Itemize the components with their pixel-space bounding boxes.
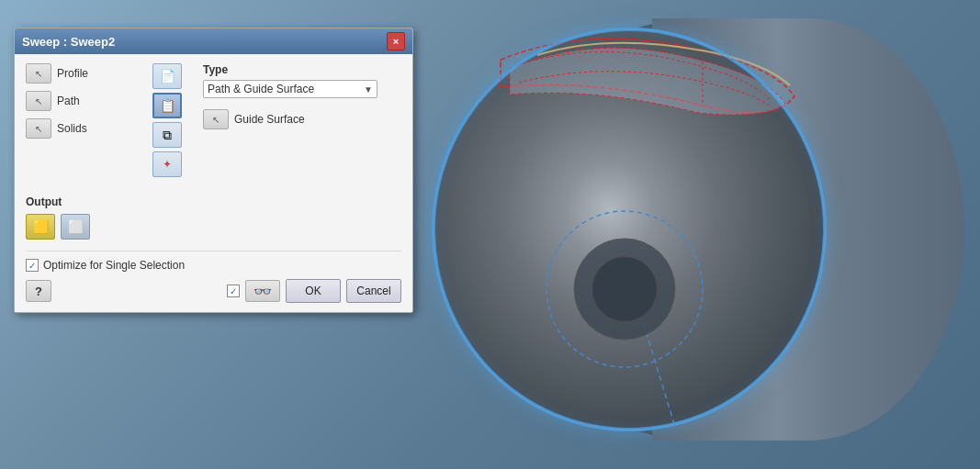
guide-surface-button[interactable]: ↖	[203, 109, 229, 129]
ok-button[interactable]: OK	[286, 279, 341, 303]
solids-row: ↖ Solids	[26, 118, 145, 139]
check-icon: ✓	[28, 261, 36, 271]
bottom-row: ? ✓ 👓 OK Cancel	[26, 279, 401, 303]
preview-check-icon: ✓	[230, 286, 237, 296]
glasses-icon: 👓	[253, 283, 272, 300]
dropdown-arrow-icon: ▼	[364, 84, 373, 95]
icon-button-3[interactable]: ⧉	[152, 122, 182, 148]
dialog-title: Sweep : Sweep2	[22, 35, 115, 49]
output-section: Output 🟨 ⬜	[26, 188, 401, 240]
cube-icon: 🟨	[33, 219, 49, 234]
sweep-dialog: Sweep : Sweep2 × ↖ Profile ↖	[14, 28, 413, 313]
cancel-button[interactable]: Cancel	[346, 279, 401, 303]
path-label: Path	[57, 95, 80, 107]
help-button[interactable]: ?	[26, 280, 51, 302]
guide-surface-row: ↖ Guide Surface	[203, 109, 387, 129]
document-active-icon: 📋	[160, 98, 175, 113]
cursor-icon-3: ↖	[35, 124, 42, 134]
document-icon: 📄	[160, 69, 175, 84]
preview-checkbox[interactable]: ✓	[227, 285, 240, 297]
icon-button-4[interactable]: ✦	[152, 151, 182, 177]
output-label: Output	[26, 195, 401, 208]
solid-output-button[interactable]: 🟨	[26, 214, 55, 240]
feature-panel: ↖ Profile ↖ Path ↖ Solids	[26, 63, 145, 146]
dialog-titlebar: Sweep : Sweep2 ×	[15, 28, 412, 54]
optimize-checkbox[interactable]: ✓	[26, 259, 39, 272]
surface-output-button[interactable]: ⬜	[61, 214, 90, 240]
path-row: ↖ Path	[26, 91, 145, 111]
dialog-content: ↖ Profile ↖ Path ↖ Solids	[15, 54, 412, 312]
cursor-icon: ↖	[35, 69, 42, 79]
icon-buttons-panel: 📄 📋 ⧉ ✦	[152, 63, 189, 177]
icon-button-2-active[interactable]: 📋	[152, 93, 182, 118]
main-panels: ↖ Profile ↖ Path ↖ Solids	[26, 63, 401, 177]
solids-label: Solids	[57, 122, 87, 135]
close-button[interactable]: ×	[387, 32, 405, 50]
special-icon: ✦	[163, 158, 172, 171]
type-panel: Type Path & Guide Surface ▼ ↖ Guide Surf…	[203, 63, 387, 129]
path-select-button[interactable]: ↖	[26, 91, 51, 111]
preview-button[interactable]: 👓	[245, 280, 280, 302]
3d-shape	[395, 0, 980, 469]
cursor-icon-4: ↖	[212, 115, 220, 125]
type-dropdown[interactable]: Path & Guide Surface ▼	[203, 80, 377, 98]
solids-select-button[interactable]: ↖	[26, 118, 51, 139]
type-label: Type	[203, 63, 387, 76]
output-buttons: 🟨 ⬜	[26, 214, 401, 240]
optimize-row: ✓ Optimize for Single Selection	[26, 251, 401, 272]
guide-surface-label: Guide Surface	[234, 113, 305, 126]
dropdown-value: Path & Guide Surface	[208, 83, 314, 95]
cursor-icon-2: ↖	[35, 96, 42, 106]
icon-button-1[interactable]: 📄	[152, 63, 182, 89]
profile-label: Profile	[57, 67, 88, 80]
copy-document-icon: ⧉	[163, 128, 172, 143]
profile-select-button[interactable]: ↖	[26, 63, 51, 84]
surface-icon: ⬜	[68, 219, 84, 234]
profile-row: ↖ Profile	[26, 63, 145, 84]
optimize-label: Optimize for Single Selection	[43, 259, 185, 272]
